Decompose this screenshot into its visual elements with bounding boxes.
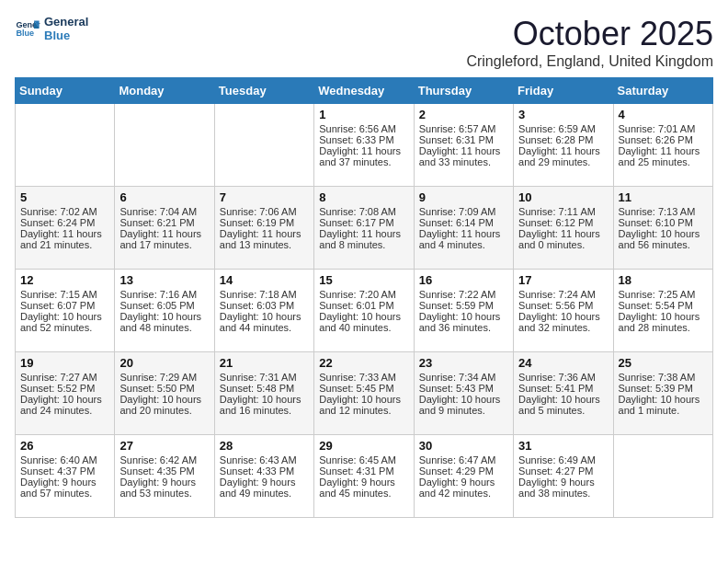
calendar-cell bbox=[16, 104, 115, 187]
day-number: 26 bbox=[20, 439, 109, 453]
sunrise-text: Sunrise: 7:24 AM bbox=[518, 289, 608, 300]
sunrise-text: Sunrise: 6:40 AM bbox=[20, 454, 109, 465]
day-number: 19 bbox=[20, 356, 109, 370]
sunrise-text: Sunrise: 7:11 AM bbox=[518, 206, 608, 217]
daylight-text: Daylight: 9 hours and 42 minutes. bbox=[419, 477, 508, 499]
sunset-text: Sunset: 6:19 PM bbox=[220, 217, 309, 228]
sunset-text: Sunset: 6:07 PM bbox=[20, 300, 109, 311]
daylight-text: Daylight: 9 hours and 53 minutes. bbox=[119, 477, 209, 499]
sunset-text: Sunset: 6:05 PM bbox=[119, 300, 209, 311]
daylight-text: Daylight: 10 hours and 56 minutes. bbox=[619, 228, 708, 250]
sunrise-text: Sunrise: 7:27 AM bbox=[20, 372, 109, 383]
sunrise-text: Sunrise: 7:34 AM bbox=[419, 372, 508, 383]
daylight-text: Daylight: 11 hours and 21 minutes. bbox=[20, 228, 109, 250]
sunrise-text: Sunrise: 7:08 AM bbox=[319, 206, 408, 217]
calendar-cell: 4Sunrise: 7:01 AMSunset: 6:26 PMDaylight… bbox=[613, 104, 712, 187]
daylight-text: Daylight: 11 hours and 8 minutes. bbox=[319, 228, 408, 250]
calendar-week-row: 19Sunrise: 7:27 AMSunset: 5:52 PMDayligh… bbox=[16, 352, 713, 435]
weekday-header-tuesday: Tuesday bbox=[214, 78, 313, 104]
day-number: 24 bbox=[518, 356, 608, 370]
daylight-text: Daylight: 11 hours and 17 minutes. bbox=[119, 228, 209, 250]
calendar-cell: 16Sunrise: 7:22 AMSunset: 5:59 PMDayligh… bbox=[414, 270, 513, 352]
calendar-cell: 11Sunrise: 7:13 AMSunset: 6:10 PMDayligh… bbox=[613, 187, 712, 270]
calendar-cell: 9Sunrise: 7:09 AMSunset: 6:14 PMDaylight… bbox=[414, 187, 513, 270]
daylight-text: Daylight: 10 hours and 9 minutes. bbox=[419, 394, 508, 416]
sunrise-text: Sunrise: 7:25 AM bbox=[619, 289, 708, 300]
calendar-cell: 22Sunrise: 7:33 AMSunset: 5:45 PMDayligh… bbox=[314, 352, 414, 435]
calendar-week-row: 26Sunrise: 6:40 AMSunset: 4:37 PMDayligh… bbox=[16, 435, 713, 518]
day-number: 1 bbox=[319, 108, 408, 121]
calendar-cell: 3Sunrise: 6:59 AMSunset: 6:28 PMDaylight… bbox=[514, 104, 613, 187]
daylight-text: Daylight: 11 hours and 13 minutes. bbox=[220, 228, 309, 250]
month-title: October 2025 bbox=[466, 15, 713, 53]
sunset-text: Sunset: 6:26 PM bbox=[619, 134, 708, 145]
sunset-text: Sunset: 5:56 PM bbox=[518, 300, 608, 311]
logo-line1: General bbox=[44, 15, 88, 29]
sunset-text: Sunset: 6:03 PM bbox=[220, 300, 309, 311]
day-number: 25 bbox=[619, 356, 708, 370]
sunrise-text: Sunrise: 7:13 AM bbox=[619, 206, 708, 217]
sunset-text: Sunset: 6:33 PM bbox=[319, 134, 408, 145]
day-number: 15 bbox=[319, 273, 408, 287]
sunrise-text: Sunrise: 7:38 AM bbox=[619, 372, 708, 383]
sunset-text: Sunset: 5:39 PM bbox=[619, 383, 708, 394]
daylight-text: Daylight: 9 hours and 45 minutes. bbox=[319, 477, 408, 499]
sunrise-text: Sunrise: 7:36 AM bbox=[518, 372, 608, 383]
day-number: 3 bbox=[518, 108, 608, 121]
location-title: Cringleford, England, United Kingdom bbox=[466, 53, 713, 70]
sunrise-text: Sunrise: 7:01 AM bbox=[619, 123, 708, 134]
sunset-text: Sunset: 4:27 PM bbox=[518, 465, 608, 477]
day-number: 18 bbox=[619, 273, 708, 287]
calendar-cell: 1Sunrise: 6:56 AMSunset: 6:33 PMDaylight… bbox=[314, 104, 414, 187]
day-number: 2 bbox=[419, 108, 508, 121]
calendar-cell: 27Sunrise: 6:42 AMSunset: 4:35 PMDayligh… bbox=[115, 435, 214, 518]
sunrise-text: Sunrise: 7:29 AM bbox=[119, 372, 209, 383]
sunrise-text: Sunrise: 6:59 AM bbox=[518, 123, 608, 134]
sunrise-text: Sunrise: 6:56 AM bbox=[319, 123, 408, 134]
weekday-header-monday: Monday bbox=[115, 78, 214, 104]
calendar-week-row: 1Sunrise: 6:56 AMSunset: 6:33 PMDaylight… bbox=[16, 104, 713, 187]
sunset-text: Sunset: 6:24 PM bbox=[20, 217, 109, 228]
calendar-cell: 28Sunrise: 6:43 AMSunset: 4:33 PMDayligh… bbox=[214, 435, 313, 518]
sunset-text: Sunset: 4:29 PM bbox=[419, 465, 508, 477]
day-number: 12 bbox=[20, 273, 109, 287]
calendar-cell: 7Sunrise: 7:06 AMSunset: 6:19 PMDaylight… bbox=[214, 187, 313, 270]
daylight-text: Daylight: 11 hours and 25 minutes. bbox=[619, 145, 708, 167]
calendar-week-row: 12Sunrise: 7:15 AMSunset: 6:07 PMDayligh… bbox=[16, 270, 713, 352]
svg-text:Blue: Blue bbox=[16, 29, 34, 38]
sunrise-text: Sunrise: 7:02 AM bbox=[20, 206, 109, 217]
sunrise-text: Sunrise: 6:49 AM bbox=[518, 454, 608, 465]
sunrise-text: Sunrise: 7:15 AM bbox=[20, 289, 109, 300]
daylight-text: Daylight: 10 hours and 20 minutes. bbox=[119, 394, 209, 416]
calendar-cell bbox=[214, 104, 313, 187]
sunrise-text: Sunrise: 6:42 AM bbox=[119, 454, 209, 465]
day-number: 17 bbox=[518, 273, 608, 287]
sunset-text: Sunset: 6:31 PM bbox=[419, 134, 508, 145]
sunrise-text: Sunrise: 7:31 AM bbox=[220, 372, 309, 383]
calendar-cell: 14Sunrise: 7:18 AMSunset: 6:03 PMDayligh… bbox=[214, 270, 313, 352]
calendar-cell: 2Sunrise: 6:57 AMSunset: 6:31 PMDaylight… bbox=[414, 104, 513, 187]
calendar-cell: 18Sunrise: 7:25 AMSunset: 5:54 PMDayligh… bbox=[613, 270, 712, 352]
calendar-cell: 20Sunrise: 7:29 AMSunset: 5:50 PMDayligh… bbox=[115, 352, 214, 435]
calendar-cell bbox=[613, 435, 712, 518]
daylight-text: Daylight: 10 hours and 12 minutes. bbox=[319, 394, 408, 416]
sunset-text: Sunset: 5:43 PM bbox=[419, 383, 508, 394]
sunrise-text: Sunrise: 7:18 AM bbox=[220, 289, 309, 300]
sunrise-text: Sunrise: 6:45 AM bbox=[319, 454, 408, 465]
day-number: 30 bbox=[419, 439, 508, 453]
weekday-header-friday: Friday bbox=[514, 78, 613, 104]
sunset-text: Sunset: 5:45 PM bbox=[319, 383, 408, 394]
title-block: October 2025 Cringleford, England, Unite… bbox=[466, 15, 713, 70]
sunset-text: Sunset: 6:21 PM bbox=[119, 217, 209, 228]
daylight-text: Daylight: 10 hours and 1 minute. bbox=[619, 394, 708, 416]
logo-line2: Blue bbox=[44, 29, 88, 42]
day-number: 29 bbox=[319, 439, 408, 453]
daylight-text: Daylight: 11 hours and 0 minutes. bbox=[518, 228, 608, 250]
sunset-text: Sunset: 5:48 PM bbox=[220, 383, 309, 394]
day-number: 21 bbox=[220, 356, 309, 370]
day-number: 16 bbox=[419, 273, 508, 287]
day-number: 9 bbox=[419, 190, 508, 204]
day-number: 13 bbox=[119, 273, 209, 287]
daylight-text: Daylight: 11 hours and 33 minutes. bbox=[419, 145, 508, 167]
calendar-cell: 13Sunrise: 7:16 AMSunset: 6:05 PMDayligh… bbox=[115, 270, 214, 352]
